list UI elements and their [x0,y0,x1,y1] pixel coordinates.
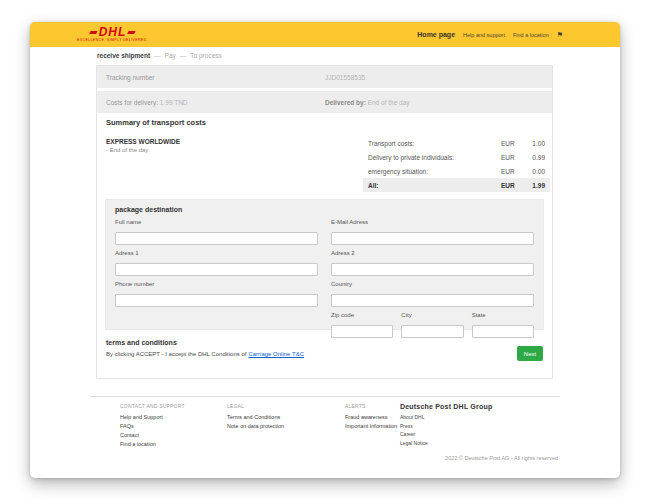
top-nav: Home page Help and support Find a locati… [417,31,563,38]
footer-data-protection-link[interactable]: Note on data protection [227,422,284,431]
delivered-by-label: Delivered by: [325,99,366,106]
full-name-input[interactable] [115,232,318,245]
footer-fraud-awareness-link[interactable]: Fraud awareness [345,413,397,422]
terms-text-body: By clicking ACCEPT - I accept the DHL Co… [106,351,246,357]
copyright-text: 2022 © Deutsche Post AG - All rights res… [445,455,558,461]
state-input[interactable] [472,325,534,338]
footer-alerts-heading: ALERTS [345,403,397,409]
service-info: EXPRESS WORLDWIDE - End of the day [106,138,180,153]
zip-code-label: Zip code [331,312,393,318]
email-input[interactable] [331,232,534,245]
cost-line-private-delivery: Delivery to private individuals: EUR 0.9… [363,150,550,164]
top-header-bar: DHL EXCELLENCE. SIMPLY DELIVERED. Home p… [30,22,620,47]
summary-title: Summary of transport costs [106,118,206,127]
cost-amount: 0.99 [527,154,545,161]
cost-amount: 0.00 [527,168,545,175]
footer-press-link[interactable]: Press [400,422,492,431]
breadcrumb-separator: — [180,52,187,59]
terms-title: terms and conditions [106,339,177,346]
city-label: City [401,312,463,318]
cost-amount: 1.00 [527,140,545,147]
breadcrumb: receive shipment — Pay — To process [97,52,222,59]
cost-label: emergency situation: [368,168,501,175]
city-input[interactable] [401,325,463,338]
dhl-logo-stripe-icon [89,31,97,34]
footer-contact-link[interactable]: Contact [120,431,185,440]
phone-number-input[interactable] [115,294,318,307]
cost-breakdown: Transport costs: EUR 1.00 Delivery to pr… [363,136,550,192]
tracking-number-label: Tracking number [106,74,155,81]
service-detail: - End of the day [106,147,180,153]
costs-for-delivery-value: 1.99 TND [160,99,188,106]
breadcrumb-step-to-process[interactable]: To process [190,52,221,59]
footer-terms-link[interactable]: Terms and Conditions [227,413,284,422]
footer-legal-heading: LEGAL [227,403,284,409]
nav-help-support-link[interactable]: Help and support [463,32,505,38]
footer-contact-column: CONTACT AND SUPPORT Help and Support FAQ… [120,403,185,449]
footer-important-info-link[interactable]: Important Information [345,422,397,431]
footer-dpdhl-column: Deutsche Post DHL Group About DHL Press … [400,403,492,447]
footer-alerts-column: ALERTS Fraud awareness Important Informa… [345,403,397,431]
delivery-costs-row: Costs for delivery: 1.99 TND Delivered b… [97,91,552,113]
tracking-number-value: JJD01558535 [325,74,365,81]
terms-text: By clicking ACCEPT - I accept the DHL Co… [106,351,304,357]
dhl-logo-tagline: EXCELLENCE. SIMPLY DELIVERED. [77,38,148,42]
adress2-input[interactable] [331,263,534,276]
adress2-label: Adress 2 [331,250,534,256]
zip-code-input[interactable] [331,325,393,338]
country-label: Country [331,281,534,287]
language-flag-icon[interactable]: ⚑ [557,31,563,38]
next-button[interactable]: Next [517,346,543,361]
main-content-box: Tracking number JJD01558535 Costs for de… [96,65,553,379]
dhl-logo[interactable]: DHL EXCELLENCE. SIMPLY DELIVERED. [77,27,148,42]
dhl-logo-row: DHL [90,27,136,38]
breadcrumb-current-step: receive shipment [97,52,150,59]
footer-contact-heading: CONTACT AND SUPPORT [120,403,185,409]
cost-label: Delivery to private individuals: [368,154,501,161]
cost-label: All: [368,182,501,189]
package-destination-title: package destination [115,206,534,213]
cost-currency: EUR [501,154,527,161]
footer-find-location-link[interactable]: Find a location [120,440,185,449]
breadcrumb-separator: — [154,52,161,59]
footer-legal-notice-link[interactable]: Legal Notice [400,439,492,448]
cost-line-total: All: EUR 1.99 [363,178,550,192]
cost-line-transport: Transport costs: EUR 1.00 [363,136,550,150]
delivered-by-value: End of the day [368,99,410,106]
dhl-logo-text: DHL [99,27,127,38]
tracking-number-row: Tracking number JJD01558535 [97,66,552,88]
footer-legal-column: LEGAL Terms and Conditions Note on data … [227,403,284,431]
country-input[interactable] [331,294,534,307]
cost-label: Transport costs: [368,140,501,147]
service-name: EXPRESS WORLDWIDE [106,138,180,145]
dhl-page-card: DHL EXCELLENCE. SIMPLY DELIVERED. Home p… [30,22,620,478]
phone-number-label: Phone number [115,281,318,287]
cost-currency: EUR [501,140,527,147]
adress1-input[interactable] [115,263,318,276]
footer-faqs-link[interactable]: FAQs [120,422,185,431]
adress1-label: Adress 1 [115,250,318,256]
cost-currency: EUR [501,168,527,175]
full-name-label: Full name [115,219,318,225]
footer-dpdhl-heading: Deutsche Post DHL Group [400,403,492,410]
cost-amount: 1.99 [527,182,545,189]
email-label: E-Mail Adress [331,219,534,225]
carriage-online-tc-link[interactable]: Carriage Online T&C [248,351,304,357]
nav-home-page-link[interactable]: Home page [417,31,455,38]
footer-about-dhl-link[interactable]: About DHL [400,413,492,422]
footer: CONTACT AND SUPPORT Help and Support FAQ… [90,396,560,477]
package-destination-section: package destination Full name Adress 1 P… [105,199,544,330]
breadcrumb-step-pay[interactable]: Pay [165,52,176,59]
nav-find-location-link[interactable]: Find a location [513,32,549,38]
dhl-logo-stripe-icon [128,31,136,34]
footer-help-support-link[interactable]: Help and Support [120,413,185,422]
costs-for-delivery-label: Costs for delivery: [106,99,158,106]
page-background: DHL EXCELLENCE. SIMPLY DELIVERED. Home p… [0,0,650,501]
cost-currency: EUR [501,182,527,189]
footer-career-link[interactable]: Career [400,430,492,439]
cost-line-emergency: emergency situation: EUR 0.00 [363,164,550,178]
state-label: State [472,312,534,318]
